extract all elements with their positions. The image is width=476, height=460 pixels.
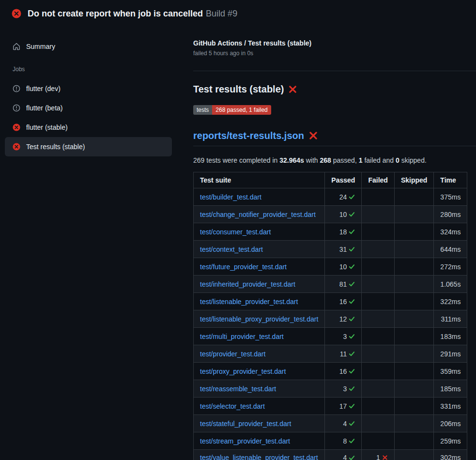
suite-link[interactable]: test/listenable_provider_test.dart [200,298,298,306]
passed-cell: 3 [325,328,362,345]
suite-cell: test/provider_test.dart [194,345,325,363]
passed-count: 16 [339,368,355,375]
report-file-link[interactable]: reports/test-results.json [193,129,304,142]
time-cell: 206ms [434,415,467,432]
suite-link[interactable]: test/context_test.dart [200,245,263,253]
x-icon [382,455,388,460]
passed-cell: 16 [325,293,362,310]
table-row: test/reassemble_test.dart 3 [194,380,467,398]
table-row: test/stream_provider_test.dart 8 [194,432,467,450]
failed-cell [362,345,394,363]
suite-link[interactable]: test/reassemble_test.dart [200,385,276,393]
tests-summary: 269 tests were completed in 32.964s with… [193,156,476,165]
time-cell: 644ms [434,241,467,258]
run-title: Do not create report when job is cancell… [28,9,237,19]
suite-link[interactable]: test/value_listenable_provider_test.dart [200,454,318,460]
check-icon [349,316,355,322]
passed-number: 16 [339,368,347,375]
passed-cell: 10 [325,258,362,276]
time-cell: 280ms [434,206,467,223]
sidebar-job-item[interactable]: flutter (beta) [5,98,172,118]
passed-number: 4 [343,420,347,428]
passed-number: 81 [339,280,347,288]
time-cell: 185ms [434,380,467,398]
report-heading: reports/test-results.json [193,129,476,146]
failed-cell [362,258,394,276]
suite-link[interactable]: test/selector_test.dart [200,402,265,410]
header-skipped: Skipped [394,172,433,188]
passed-number: 10 [339,211,347,218]
passed-count: 10 [339,263,355,271]
suite-link[interactable]: test/multi_provider_test.dart [200,333,284,340]
skipped-cell [394,363,433,380]
sidebar-job-item[interactable]: flutter (stable) [5,118,172,137]
job-label: flutter (beta) [26,104,62,112]
passed-cell: 8 [325,432,362,450]
failed-cell [362,432,394,450]
badge-label: tests [193,105,212,115]
check-icon [349,403,355,409]
passed-count: 18 [339,228,355,236]
sidebar-item-summary[interactable]: Summary [5,37,172,56]
suite-link[interactable]: test/provider_test.dart [200,350,265,358]
suite-cell: test/change_notifier_provider_test.dart [194,206,325,223]
table-header-row: Test suite Passed Failed Skipped Time [194,172,467,188]
passed-count: 81 [339,280,355,288]
suite-link[interactable]: test/future_provider_test.dart [200,263,287,271]
suite-link[interactable]: test/builder_test.dart [200,193,261,201]
suite-link[interactable]: test/proxy_provider_test.dart [200,368,286,375]
skipped-cell [394,223,433,241]
failed-cell [362,363,394,380]
suite-link[interactable]: test/stateful_provider_test.dart [200,420,291,428]
suite-link[interactable]: test/consumer_test.dart [200,228,271,236]
passed-number: 24 [339,193,347,201]
suite-link[interactable]: test/listenable_proxy_provider_test.dart [200,315,318,323]
passed-count: 4 [343,420,355,428]
check-icon [349,211,355,217]
table-row: test/proxy_provider_test.dart 16 [194,363,467,380]
failed-cell [362,328,394,345]
check-icon [349,420,355,427]
suite-link[interactable]: test/stream_provider_test.dart [200,437,290,445]
run-title-text: Do not create report when job is cancell… [28,9,203,18]
check-icon [349,263,355,270]
run-build-number: Build #9 [206,9,237,18]
failed-cell [362,276,394,293]
failed-cell [362,310,394,328]
skipped-cell [394,432,433,450]
table-body: test/builder_test.dart 24 [194,188,467,460]
check-icon [349,351,355,357]
table-row: test/value_listenable_provider_test.dart… [194,450,467,460]
passed-number: 3 [343,385,347,393]
suite-link[interactable]: test/change_notifier_provider_test.dart [200,211,316,218]
time-cell: 331ms [434,398,467,415]
passed-count: 8 [343,437,355,445]
suite-cell: test/context_test.dart [194,241,325,258]
time-cell: 183ms [434,328,467,345]
sidebar-job-item[interactable]: flutter (dev) [5,79,172,98]
job-cancelled-icon [13,104,20,112]
sidebar: Summary Jobs flutter (dev) [0,27,182,156]
table-row: test/stateful_provider_test.dart 4 [194,415,467,432]
skipped-cell [394,310,433,328]
skipped-cell [394,450,433,460]
table-row: test/provider_test.dart 11 [194,345,467,363]
failed-cell [362,206,394,223]
skipped-cell [394,276,433,293]
passed-number: 4 [343,454,347,460]
passed-cell: 4 [325,450,362,460]
time-cell: 322ms [434,293,467,310]
suite-link[interactable]: test/inherited_provider_test.dart [200,280,295,288]
breadcrumb: GitHub Actions / Test results (stable) [193,39,476,47]
table-row: test/multi_provider_test.dart 3 [194,328,467,345]
run-status-line: failed 5 hours ago in 0s [193,50,476,57]
suite-cell: test/proxy_provider_test.dart [194,363,325,380]
passed-cell: 81 [325,276,362,293]
table-row: test/builder_test.dart 24 [194,188,467,206]
passed-number: 11 [340,350,347,358]
sidebar-job-item[interactable]: Test results (stable) [5,137,172,156]
passed-number: 31 [339,245,347,253]
header-failed: Failed [362,172,394,188]
passed-count: 4 [343,454,355,460]
passed-number: 16 [339,298,347,306]
